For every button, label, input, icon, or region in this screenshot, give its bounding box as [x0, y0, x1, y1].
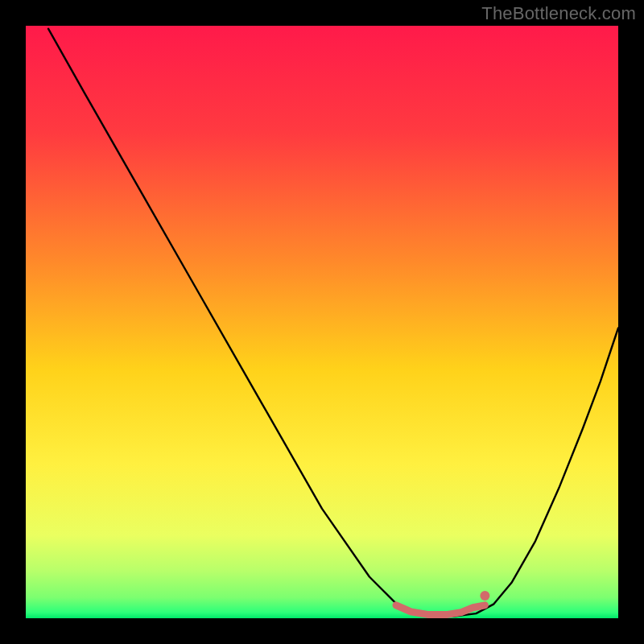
watermark: TheBottleneck.com — [481, 3, 636, 24]
highlight-endpoint — [480, 591, 489, 601]
bottleneck-chart — [0, 0, 644, 644]
chart-frame: TheBottleneck.com — [0, 0, 644, 644]
plot-background — [26, 26, 618, 618]
